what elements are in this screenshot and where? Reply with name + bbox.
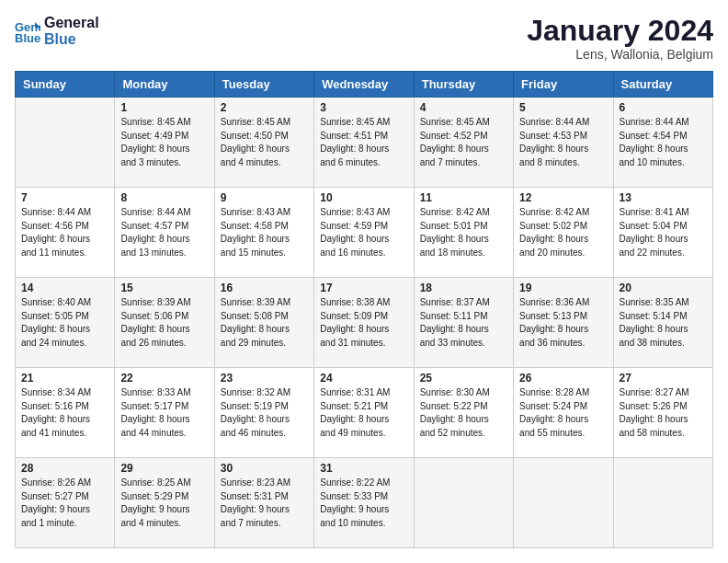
- day-info: Sunrise: 8:41 AM Sunset: 5:04 PM Dayligh…: [620, 206, 707, 259]
- calendar-table: SundayMondayTuesdayWednesdayThursdayFrid…: [15, 71, 713, 548]
- day-number: 30: [221, 462, 308, 475]
- calendar-cell: [16, 98, 115, 188]
- calendar-week-row: 7Sunrise: 8:44 AM Sunset: 4:56 PM Daylig…: [16, 188, 713, 278]
- day-info: Sunrise: 8:40 AM Sunset: 5:05 PM Dayligh…: [21, 296, 108, 350]
- calendar-cell: 22Sunrise: 8:33 AM Sunset: 5:17 PM Dayli…: [115, 368, 214, 458]
- calendar-cell: 30Sunrise: 8:23 AM Sunset: 5:31 PM Dayli…: [214, 458, 313, 548]
- calendar-cell: 8Sunrise: 8:44 AM Sunset: 4:57 PM Daylig…: [115, 188, 214, 278]
- day-number: 8: [120, 191, 208, 204]
- logo-line1: General: [44, 15, 99, 31]
- day-info: Sunrise: 8:37 AM Sunset: 5:11 PM Dayligh…: [420, 296, 507, 350]
- day-number: 15: [120, 282, 208, 294]
- calendar-cell: 15Sunrise: 8:39 AM Sunset: 5:06 PM Dayli…: [115, 278, 214, 368]
- day-number: 28: [21, 462, 108, 475]
- day-info: Sunrise: 8:26 AM Sunset: 5:27 PM Dayligh…: [21, 477, 108, 530]
- calendar-week-row: 21Sunrise: 8:34 AM Sunset: 5:16 PM Dayli…: [16, 368, 713, 458]
- calendar-cell: 20Sunrise: 8:35 AM Sunset: 5:14 PM Dayli…: [613, 278, 712, 368]
- day-info: Sunrise: 8:35 AM Sunset: 5:14 PM Dayligh…: [620, 296, 707, 350]
- weekday-header-cell: Monday: [115, 72, 214, 98]
- day-info: Sunrise: 8:33 AM Sunset: 5:17 PM Dayligh…: [120, 386, 208, 440]
- day-info: Sunrise: 8:44 AM Sunset: 4:56 PM Dayligh…: [21, 206, 108, 259]
- calendar-cell: 2Sunrise: 8:45 AM Sunset: 4:50 PM Daylig…: [214, 98, 313, 188]
- calendar-cell: 19Sunrise: 8:36 AM Sunset: 5:13 PM Dayli…: [514, 278, 613, 368]
- calendar-cell: 4Sunrise: 8:45 AM Sunset: 4:52 PM Daylig…: [414, 98, 513, 188]
- day-info: Sunrise: 8:31 AM Sunset: 5:21 PM Dayligh…: [320, 386, 407, 440]
- day-info: Sunrise: 8:42 AM Sunset: 5:02 PM Dayligh…: [519, 206, 607, 259]
- calendar-cell: 14Sunrise: 8:40 AM Sunset: 5:05 PM Dayli…: [16, 278, 115, 368]
- calendar-cell: [514, 458, 613, 548]
- weekday-header-cell: Tuesday: [214, 72, 313, 98]
- calendar-cell: 17Sunrise: 8:38 AM Sunset: 5:09 PM Dayli…: [314, 278, 414, 368]
- day-info: Sunrise: 8:34 AM Sunset: 5:16 PM Dayligh…: [21, 386, 108, 440]
- calendar-body: 1Sunrise: 8:45 AM Sunset: 4:49 PM Daylig…: [16, 98, 713, 548]
- weekday-header-cell: Sunday: [16, 72, 115, 98]
- day-number: 24: [320, 372, 407, 385]
- day-info: Sunrise: 8:39 AM Sunset: 5:06 PM Dayligh…: [120, 296, 208, 350]
- month-title: January 2024: [527, 15, 713, 47]
- day-info: Sunrise: 8:23 AM Sunset: 5:31 PM Dayligh…: [221, 477, 308, 530]
- day-number: 11: [420, 191, 507, 204]
- day-number: 21: [21, 372, 108, 385]
- day-number: 7: [21, 191, 108, 204]
- svg-text:Blue: Blue: [15, 31, 40, 44]
- weekday-header-cell: Thursday: [414, 72, 513, 98]
- calendar-cell: 27Sunrise: 8:27 AM Sunset: 5:26 PM Dayli…: [613, 368, 712, 458]
- calendar-cell: 26Sunrise: 8:28 AM Sunset: 5:24 PM Dayli…: [514, 368, 613, 458]
- header: General Blue General Blue January 2024 L…: [15, 15, 713, 62]
- calendar-cell: 24Sunrise: 8:31 AM Sunset: 5:21 PM Dayli…: [314, 368, 414, 458]
- calendar-week-row: 14Sunrise: 8:40 AM Sunset: 5:05 PM Dayli…: [16, 278, 713, 368]
- calendar-cell: 23Sunrise: 8:32 AM Sunset: 5:19 PM Dayli…: [214, 368, 313, 458]
- day-number: 19: [519, 282, 607, 294]
- day-number: 14: [21, 282, 108, 294]
- day-number: 31: [320, 462, 407, 475]
- calendar-week-row: 1Sunrise: 8:45 AM Sunset: 4:49 PM Daylig…: [16, 98, 713, 188]
- weekday-header-row: SundayMondayTuesdayWednesdayThursdayFrid…: [16, 72, 713, 98]
- calendar-cell: 29Sunrise: 8:25 AM Sunset: 5:29 PM Dayli…: [115, 458, 214, 548]
- day-info: Sunrise: 8:45 AM Sunset: 4:49 PM Dayligh…: [120, 116, 208, 169]
- weekday-header-cell: Saturday: [613, 72, 712, 98]
- calendar-cell: 12Sunrise: 8:42 AM Sunset: 5:02 PM Dayli…: [514, 188, 613, 278]
- day-info: Sunrise: 8:42 AM Sunset: 5:01 PM Dayligh…: [420, 206, 507, 259]
- calendar-cell: 28Sunrise: 8:26 AM Sunset: 5:27 PM Dayli…: [16, 458, 115, 548]
- day-number: 26: [519, 372, 607, 385]
- day-number: 10: [320, 191, 407, 204]
- day-info: Sunrise: 8:30 AM Sunset: 5:22 PM Dayligh…: [420, 386, 507, 440]
- day-info: Sunrise: 8:43 AM Sunset: 4:59 PM Dayligh…: [320, 206, 407, 259]
- calendar-cell: 31Sunrise: 8:22 AM Sunset: 5:33 PM Dayli…: [314, 458, 414, 548]
- day-number: 29: [120, 462, 208, 475]
- calendar-cell: 1Sunrise: 8:45 AM Sunset: 4:49 PM Daylig…: [115, 98, 214, 188]
- calendar-cell: 13Sunrise: 8:41 AM Sunset: 5:04 PM Dayli…: [613, 188, 712, 278]
- calendar-cell: 7Sunrise: 8:44 AM Sunset: 4:56 PM Daylig…: [16, 188, 115, 278]
- day-number: 3: [320, 101, 407, 114]
- calendar-cell: 5Sunrise: 8:44 AM Sunset: 4:53 PM Daylig…: [514, 98, 613, 188]
- day-info: Sunrise: 8:27 AM Sunset: 5:26 PM Dayligh…: [620, 386, 707, 440]
- day-number: 12: [519, 191, 607, 204]
- weekday-header-cell: Wednesday: [314, 72, 414, 98]
- calendar-cell: 3Sunrise: 8:45 AM Sunset: 4:51 PM Daylig…: [314, 98, 414, 188]
- logo-line2: Blue: [44, 31, 99, 48]
- day-info: Sunrise: 8:38 AM Sunset: 5:09 PM Dayligh…: [320, 296, 407, 350]
- day-info: Sunrise: 8:43 AM Sunset: 4:58 PM Dayligh…: [221, 206, 308, 259]
- day-number: 1: [120, 101, 208, 114]
- logo-icon: General Blue: [15, 18, 40, 44]
- day-info: Sunrise: 8:45 AM Sunset: 4:52 PM Dayligh…: [420, 116, 507, 169]
- day-info: Sunrise: 8:28 AM Sunset: 5:24 PM Dayligh…: [519, 386, 607, 440]
- day-info: Sunrise: 8:25 AM Sunset: 5:29 PM Dayligh…: [120, 477, 208, 530]
- day-number: 16: [221, 282, 308, 294]
- day-info: Sunrise: 8:44 AM Sunset: 4:57 PM Dayligh…: [120, 206, 208, 259]
- calendar-cell: 18Sunrise: 8:37 AM Sunset: 5:11 PM Dayli…: [414, 278, 513, 368]
- calendar-cell: [613, 458, 712, 548]
- day-number: 22: [120, 372, 208, 385]
- day-number: 17: [320, 282, 407, 294]
- day-number: 4: [420, 101, 507, 114]
- calendar-week-row: 28Sunrise: 8:26 AM Sunset: 5:27 PM Dayli…: [16, 458, 713, 548]
- calendar-cell: 9Sunrise: 8:43 AM Sunset: 4:58 PM Daylig…: [214, 188, 313, 278]
- day-info: Sunrise: 8:45 AM Sunset: 4:50 PM Dayligh…: [221, 116, 308, 169]
- day-info: Sunrise: 8:44 AM Sunset: 4:54 PM Dayligh…: [620, 116, 707, 169]
- day-number: 5: [519, 101, 607, 114]
- day-info: Sunrise: 8:32 AM Sunset: 5:19 PM Dayligh…: [221, 386, 308, 440]
- day-info: Sunrise: 8:36 AM Sunset: 5:13 PM Dayligh…: [519, 296, 607, 350]
- location: Lens, Wallonia, Belgium: [527, 47, 713, 62]
- page: General Blue General Blue January 2024 L…: [0, 0, 728, 563]
- day-number: 2: [221, 101, 308, 114]
